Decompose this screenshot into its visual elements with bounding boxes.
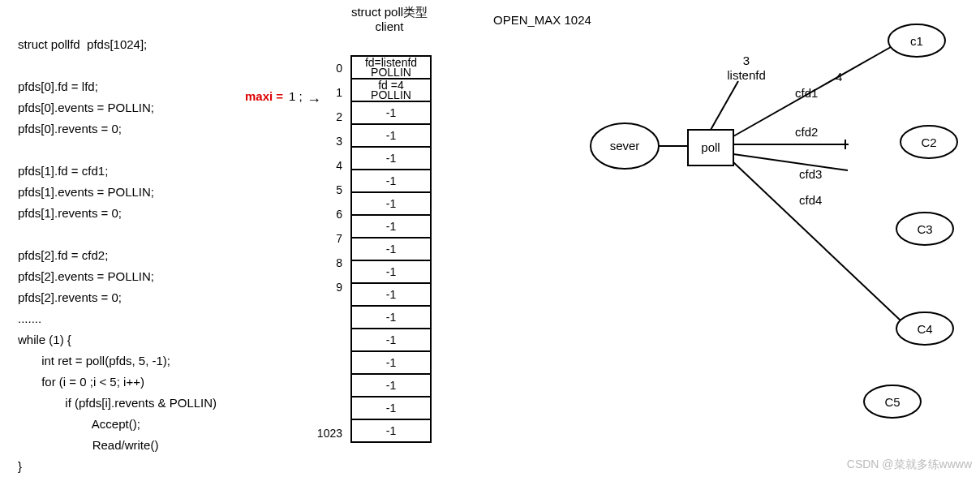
array-index: 5 xyxy=(313,183,342,196)
array-header-line2: client xyxy=(341,19,438,34)
poll-label: poll xyxy=(701,140,720,154)
array-index: 6 xyxy=(313,208,342,221)
listenfd-num: 3 xyxy=(743,54,750,67)
sever-label: sever xyxy=(610,139,640,153)
code-line: } xyxy=(18,459,22,473)
array-cell: -1 xyxy=(350,237,432,261)
array-cell: -1 xyxy=(350,282,432,307)
c4-label: C4 xyxy=(917,322,932,336)
array-cell: -1 xyxy=(350,214,432,238)
array-cell-1: fd =4 POLLIN xyxy=(350,78,432,102)
code-line: pfds[1].revents = 0; xyxy=(18,206,122,220)
code-line: while (1) { xyxy=(18,333,71,346)
cell-value: -1 xyxy=(386,312,396,323)
array-cell: -1 xyxy=(350,396,432,420)
array-index: 3 xyxy=(313,135,342,148)
maxi-value: 1 ; xyxy=(289,89,303,103)
cell-value: -1 xyxy=(386,357,396,368)
code-line: pfds[1].fd = cfd1; xyxy=(18,164,108,178)
cfd1-label: cfd1 xyxy=(795,86,818,100)
code-line: pfds[0].revents = 0; xyxy=(18,122,122,135)
code-line: if (pfds[i].revents & POLLIN) xyxy=(18,396,217,410)
code-line: pfds[2].events = POLLIN; xyxy=(18,269,154,283)
cfd2-label: cfd2 xyxy=(795,125,818,139)
array-cell: -1 xyxy=(350,169,432,193)
code-line: Accept(); xyxy=(18,417,140,431)
code-line: for (i = 0 ;i < 5; i++) xyxy=(18,375,144,389)
maxi-label: maxi = xyxy=(245,89,283,103)
array-cell: -1 xyxy=(350,350,432,375)
array-index: 9 xyxy=(313,281,342,294)
array-index: 2 xyxy=(313,110,342,123)
array-cell: -1 xyxy=(350,191,432,216)
cell-value: -1 xyxy=(386,107,396,118)
code-line: int ret = poll(pfds, 5, -1); xyxy=(18,354,170,367)
array-cell: -1 xyxy=(350,305,432,329)
code-line: struct pollfd pfds[1024]; xyxy=(18,37,147,51)
edge-listenfd xyxy=(711,81,738,130)
array-cell: -1 xyxy=(350,101,432,125)
cell-events: POLLIN xyxy=(371,67,411,77)
code-line: pfds[0].fd = lfd; xyxy=(18,80,98,93)
array-cell: -1 xyxy=(350,260,432,284)
edge-cfd3 xyxy=(733,154,848,170)
array-index: 7 xyxy=(313,232,342,245)
cell-value: -1 xyxy=(386,266,396,277)
listenfd-label: listenfd xyxy=(727,68,766,82)
code-line: pfds[1].events = POLLIN; xyxy=(18,185,154,199)
cell-value: -1 xyxy=(386,243,396,255)
code-line: pfds[0].events = POLLIN; xyxy=(18,101,154,114)
edge-cfd4 xyxy=(733,162,900,320)
array-index: 0 xyxy=(313,62,342,75)
array-cell-0: fd=listenfd POLLIN xyxy=(350,55,432,80)
array-cell-last: -1 xyxy=(350,419,432,443)
array-header: struct poll类型 client xyxy=(341,5,438,34)
cfd1-num: 4 xyxy=(836,70,842,84)
array-index-last: 1023 xyxy=(313,427,342,440)
array-cell: -1 xyxy=(350,146,432,170)
watermark: CSDN @菜就多练wwww xyxy=(847,458,972,472)
array-cell: -1 xyxy=(350,123,432,148)
cell-value: -1 xyxy=(386,153,396,164)
array-index: 1 xyxy=(313,86,342,99)
cell-value: -1 xyxy=(386,334,396,346)
array-index: 4 xyxy=(313,159,342,172)
array-cell: -1 xyxy=(350,328,432,352)
cfd3-label: cfd3 xyxy=(799,167,822,181)
array-header-line1: struct poll类型 xyxy=(341,5,438,19)
code-block: struct pollfd pfds[1024]; pfds[0].fd = l… xyxy=(18,13,217,477)
pollfd-array: 0 1 2 3 4 5 6 7 8 9 1023 fd=listenfd POL… xyxy=(350,57,432,443)
c1-label: c1 xyxy=(910,34,923,48)
cell-value: -1 xyxy=(386,175,396,187)
cell-value: -1 xyxy=(386,289,396,300)
array-index: 8 xyxy=(313,256,342,269)
cell-events: POLLIN xyxy=(371,90,411,100)
c3-label: C3 xyxy=(917,222,932,236)
code-line: pfds[2].fd = cfd2; xyxy=(18,248,108,262)
c2-label: C2 xyxy=(921,135,936,149)
code-line: Read/write() xyxy=(18,438,158,452)
code-line: ....... xyxy=(18,312,41,325)
cell-value: -1 xyxy=(386,130,396,141)
cfd4-label: cfd4 xyxy=(799,193,822,207)
cell-value: -1 xyxy=(386,425,396,436)
code-line: pfds[2].revents = 0; xyxy=(18,290,122,304)
array-cell: -1 xyxy=(350,373,432,398)
c5-label: C5 xyxy=(884,395,900,409)
cell-value: -1 xyxy=(386,221,396,232)
network-diagram: sever poll 3 listenfd c1 cfd1 4 C2 cfd2 … xyxy=(527,16,980,454)
cell-value: -1 xyxy=(386,198,396,209)
cell-value: -1 xyxy=(386,380,396,391)
cell-value: -1 xyxy=(386,402,396,414)
